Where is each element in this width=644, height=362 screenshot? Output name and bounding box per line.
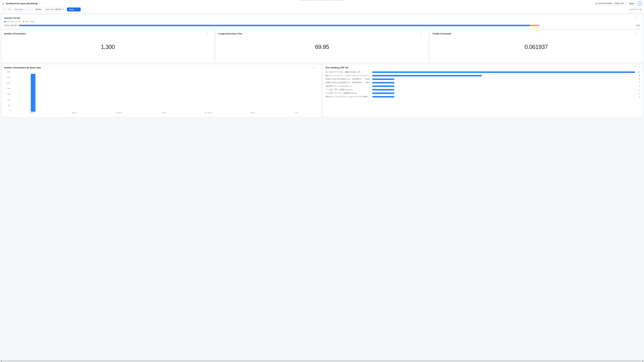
error-bar	[372, 86, 394, 87]
tile-menu-icon[interactable]: ⋯	[209, 32, 211, 35]
error-bar	[372, 96, 394, 98]
error-value: 12	[636, 71, 640, 73]
sliders-icon	[420, 32, 422, 34]
plot-area: SELECTBEGIN_TRANSACTIONCREATE_TABLEDROPP…	[10, 71, 318, 115]
svg-point-2	[10, 9, 10, 9]
x-label: SHOW	[248, 112, 257, 114]
share-button[interactable]: Share	[627, 2, 636, 6]
svg-point-1	[596, 3, 596, 4]
tile-menu-icon[interactable]: ⋯	[638, 66, 640, 69]
y-tick: 400	[4, 99, 10, 100]
tile-filter-icon[interactable]	[634, 17, 636, 19]
svf-total-value: 1,300	[632, 24, 640, 26]
last-updated-label: Updated 3h ago	[630, 8, 642, 10]
chevron-down-icon	[78, 9, 79, 10]
error-bar	[372, 72, 635, 73]
error-label: ブール値「ブラジル」は認識されません	[326, 92, 371, 94]
error-value: 1	[636, 89, 640, 91]
svg-point-8	[421, 33, 422, 33]
legend-swatch-success	[4, 21, 6, 22]
error-value: 1	[636, 92, 640, 94]
dashboard-title[interactable]: Dashboard for Query Monitoring	[6, 2, 38, 5]
svg-point-4	[635, 17, 636, 18]
sliders-icon	[8, 8, 10, 10]
svf-bar	[19, 25, 631, 26]
sliders-icon	[634, 17, 636, 19]
y-tick: 1,200	[4, 76, 10, 78]
error-bar-outer	[372, 82, 635, 84]
save-dropdown-button[interactable]	[76, 8, 81, 12]
kpi-value-executions: 1,300	[4, 35, 211, 60]
filter-query-type[interactable]: Query type SELECT	[44, 8, 66, 11]
svg-point-3	[9, 10, 9, 10]
y-tick: 200	[4, 104, 10, 106]
filter-user-name-value	[24, 9, 32, 10]
bars	[10, 71, 318, 112]
error-bar-outer	[372, 75, 635, 76]
svg-point-5	[635, 18, 635, 18]
svg-point-12	[314, 67, 314, 67]
tile-menu-icon[interactable]: ⋯	[316, 66, 318, 69]
tile-title: Error Ranking (TOP 10)	[326, 66, 633, 69]
play-icon	[639, 3, 641, 4]
error-bar-outer	[372, 72, 635, 73]
filter-time-label: All time	[36, 8, 41, 10]
error-row: SQLコンパイルエラー： サポートされていないサブクエリ型は評価でき…5	[326, 74, 640, 77]
error-bar-outer	[372, 78, 635, 80]
svf-row-label: KEITA_UEHARA	[4, 24, 18, 26]
horizontal-scrollbar[interactable]: ◀ ▶	[0, 360, 644, 362]
tile-filter-icon[interactable]	[420, 32, 422, 35]
svf-segment-success_count	[19, 25, 530, 26]
x-label: DROP	[160, 112, 169, 114]
legend-label-fail: FAIL_COUNT	[25, 21, 35, 22]
run-button[interactable]	[638, 2, 642, 6]
svg-point-11	[635, 34, 635, 34]
scroll-left-icon[interactable]: ◀	[0, 360, 2, 362]
tile-menu-icon[interactable]: ⋯	[638, 32, 640, 35]
home-icon[interactable]	[2, 2, 4, 5]
kpi-value-longest: 69.95	[218, 35, 426, 60]
svf-legend: SUCCESS_COUNT FAIL_COUNT	[4, 21, 640, 22]
save-button[interactable]: Save	[67, 8, 76, 12]
error-bar	[372, 82, 394, 84]
tile-filter-icon[interactable]	[634, 66, 636, 69]
error-label: SQLコンパイルエラー： サポートされていないサブクエリ型は評価でき…	[326, 74, 371, 77]
role-warehouse-selector[interactable]: ACCOUNTADMIN DEMO_WH	[594, 2, 626, 5]
tile-filter-icon[interactable]	[313, 66, 315, 69]
filter-time-range[interactable]: All time	[34, 8, 43, 11]
sliders-icon	[634, 32, 636, 34]
save-button-group: Save	[67, 8, 80, 12]
warehouse-label: DEMO_WH	[615, 2, 624, 4]
y-tick: 600	[4, 93, 10, 95]
filter-user-name[interactable]: User name	[12, 8, 33, 11]
dashboard-body: Success VS Fail ⋯ SUCCESS_COUNT FAIL_COU…	[0, 13, 644, 362]
add-tile-button[interactable]: ＋	[2, 7, 6, 12]
title-dropdown-icon[interactable]: ▾	[40, 3, 40, 4]
tile-menu-icon[interactable]: ⋯	[638, 17, 640, 19]
error-label: SQL実行がキャンセルされました	[326, 85, 371, 88]
x-label: PUT_FILES	[204, 112, 213, 114]
active-filter-dot-icon	[63, 9, 64, 10]
error-bar	[372, 75, 482, 76]
tile-filter-icon[interactable]	[206, 32, 208, 35]
bar-chart: 1,4001,2001,0008006004002000 SELECTBEGIN…	[4, 71, 318, 115]
error-value: 1	[636, 96, 640, 98]
top-bar: Dashboard for Query Monitoring ▾ ACCOUNT…	[0, 0, 644, 6]
tile-filter-icon[interactable]	[634, 32, 636, 35]
error-row: SQL実行がキャンセルされました1	[326, 85, 640, 88]
tile-title: Success VS Fail	[4, 17, 633, 19]
tile-menu-icon[interactable]: ⋯	[424, 32, 426, 35]
y-tick: 1,000	[4, 82, 10, 84]
error-label: ブール値「FW」は認識されません	[326, 88, 371, 91]
svg-point-14	[635, 67, 636, 67]
svg-point-9	[420, 34, 421, 34]
y-tick: 800	[4, 88, 10, 90]
tile-credits-consumed: Credits Consumed ⋯ 0.061937	[430, 30, 642, 63]
filters-button[interactable]	[7, 7, 12, 12]
scroll-track[interactable]	[3, 360, 641, 362]
tile-number-of-executions: Number of Executions ⋯ 1,300	[2, 30, 214, 63]
error-row: FIXED の不正な出力形式モデル「100.999"%"」： invalid n…	[326, 78, 640, 80]
scroll-right-icon[interactable]: ▶	[642, 360, 644, 362]
svf-bar-row: KEITA_UEHARA 1,300	[4, 24, 640, 26]
x-label: SELECT	[28, 112, 36, 114]
